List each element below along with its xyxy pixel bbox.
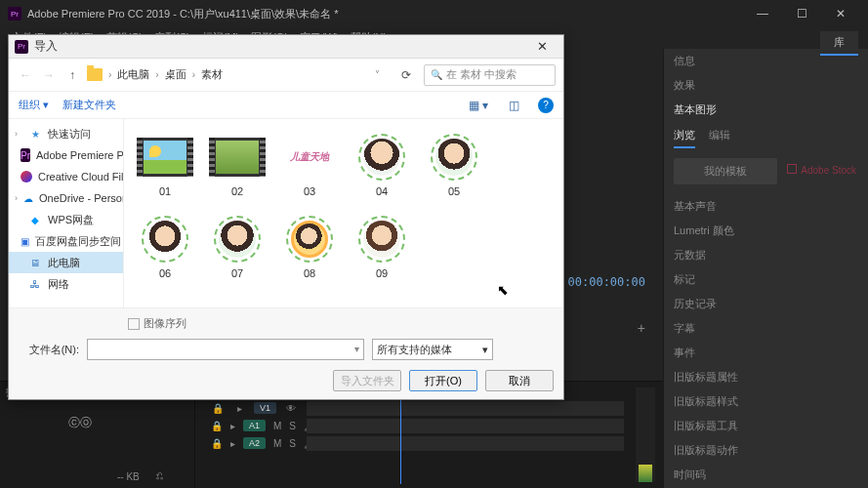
- new-folder-button[interactable]: 新建文件夹: [62, 98, 116, 112]
- refresh-button[interactable]: ⟳: [394, 68, 418, 82]
- lock-icon[interactable]: 🔒: [211, 438, 223, 449]
- panel-old-attrs[interactable]: 旧版标题属性: [664, 365, 868, 389]
- toggle-icon[interactable]: ▸: [230, 438, 235, 449]
- file-item[interactable]: 06: [130, 213, 200, 293]
- lock-icon[interactable]: 🔒: [211, 403, 225, 414]
- toggle-icon[interactable]: ▸: [230, 421, 235, 431]
- adobe-stock-label: Adobe Stock: [801, 165, 856, 176]
- sidebar-onedrive[interactable]: ›☁OneDrive - Persona: [9, 187, 123, 209]
- app-title: Adobe Premiere Pro CC 2019 - C:\用户\xu411…: [27, 7, 743, 21]
- sidebar-premiere[interactable]: PrAdobe Premiere Pr: [9, 144, 123, 166]
- close-button[interactable]: ✕: [821, 2, 860, 25]
- file-item[interactable]: 09: [347, 213, 417, 293]
- dialog-titlebar: Pr 导入 ✕: [9, 35, 563, 59]
- tool-icon[interactable]: ⎌: [156, 468, 163, 482]
- solo-icon[interactable]: S: [289, 421, 296, 431]
- dialog-title: 导入: [34, 38, 526, 55]
- organize-label: 组织: [19, 99, 40, 110]
- import-dialog: Pr 导入 ✕ ← → ↑ › 此电脑 › 桌面 › 素材 ˅ ⟳ 🔍 在 素材…: [8, 34, 564, 400]
- sidebar-label: WPS网盘: [48, 213, 94, 227]
- creative-cloud-icon[interactable]: ⓒⓞ: [68, 415, 92, 431]
- lock-icon[interactable]: 🔒: [211, 421, 223, 431]
- track-v1[interactable]: 🔒▸V1👁: [205, 399, 624, 417]
- up-button[interactable]: ↑: [63, 68, 81, 82]
- sidebar-label: 百度网盘同步空间: [35, 234, 121, 249]
- view-layout-icon[interactable]: ▦ ▾: [468, 99, 489, 112]
- sidebar-baidu[interactable]: ▣百度网盘同步空间: [9, 230, 123, 252]
- panel-metadata[interactable]: 元数据: [664, 243, 868, 267]
- track-label: A1: [243, 420, 266, 431]
- sidebar-thispc[interactable]: 🖥此电脑: [9, 252, 123, 273]
- filename-input[interactable]: ▾: [87, 339, 364, 360]
- track-body[interactable]: [307, 436, 624, 451]
- maximize-button[interactable]: ☐: [782, 2, 821, 25]
- cancel-button[interactable]: 取消: [485, 370, 554, 391]
- help-button[interactable]: ?: [538, 98, 554, 113]
- organize-button[interactable]: 组织 ▾: [19, 98, 49, 112]
- preview-pane-icon[interactable]: ◫: [503, 99, 524, 112]
- adobe-stock-button[interactable]: Adobe Stock: [785, 158, 858, 184]
- file-item[interactable]: 08: [274, 213, 345, 293]
- file-grid[interactable]: 01 02 儿童天地03 04 05 06 07 08 09 ⬉: [124, 119, 563, 307]
- panel-basic-graphics[interactable]: 基本图形: [664, 98, 868, 122]
- file-item[interactable]: 01: [130, 131, 200, 211]
- track-body[interactable]: [307, 401, 624, 416]
- wps-icon: ◆: [28, 213, 42, 226]
- search-input[interactable]: 🔍 在 素材 中搜索: [424, 64, 556, 86]
- track-a2[interactable]: 🔒▸A2MS🎤: [205, 434, 624, 452]
- track-body[interactable]: [307, 419, 624, 433]
- panel-old-actions[interactable]: 旧版标题动作: [664, 438, 868, 463]
- import-folder-button[interactable]: 导入文件夹: [333, 370, 401, 391]
- panel-basic-audio[interactable]: 基本声音: [664, 194, 868, 219]
- panel-events[interactable]: 事件: [664, 341, 868, 365]
- track-a1[interactable]: 🔒▸A1MS🎤: [205, 417, 624, 434]
- panel-effects[interactable]: 效果: [664, 73, 868, 98]
- file-item[interactable]: 07: [202, 213, 272, 293]
- libraries-tab[interactable]: 库: [820, 31, 858, 56]
- dialog-navbar: ← → ↑ › 此电脑 › 桌面 › 素材 ˅ ⟳ 🔍 在 素材 中搜索: [9, 59, 563, 92]
- panel-lumetri[interactable]: Lumetri 颜色: [664, 219, 868, 243]
- panel-old-tools[interactable]: 旧版标题工具: [664, 414, 868, 438]
- panel-old-styles[interactable]: 旧版标题样式: [664, 389, 868, 414]
- file-name: 01: [159, 185, 171, 197]
- file-item[interactable]: 04: [347, 131, 417, 211]
- mute-icon[interactable]: M: [273, 438, 281, 449]
- tab-edit[interactable]: 编辑: [709, 124, 730, 148]
- minimize-button[interactable]: —: [743, 2, 782, 25]
- my-templates-button[interactable]: 我的模板: [674, 158, 777, 184]
- image-sequence-label: 图像序列: [144, 316, 186, 331]
- toggle-icon[interactable]: ▸: [232, 403, 246, 414]
- breadcrumb-item[interactable]: 此电脑: [117, 67, 149, 82]
- sidebar-network[interactable]: 🖧网络: [9, 273, 123, 295]
- file-name: 06: [159, 267, 171, 279]
- filename-dropdown-icon[interactable]: ▾: [354, 340, 359, 359]
- breadcrumb-dropdown[interactable]: ˅: [365, 69, 389, 80]
- dialog-close-button[interactable]: ✕: [526, 39, 558, 54]
- tab-browse[interactable]: 浏览: [674, 124, 695, 148]
- sidebar-label: 快速访问: [48, 127, 91, 142]
- add-icon[interactable]: +: [638, 320, 645, 336]
- panel-markers[interactable]: 标记: [664, 267, 868, 292]
- panel-timecode[interactable]: 时间码: [664, 463, 868, 487]
- thumbnail-icon: [144, 141, 186, 174]
- forward-button: →: [40, 68, 58, 82]
- sidebar-wps[interactable]: ◆WPS网盘: [9, 209, 123, 230]
- open-button[interactable]: 打开(O): [409, 370, 477, 391]
- panel-captions[interactable]: 字幕: [664, 316, 868, 341]
- back-button[interactable]: ←: [17, 68, 34, 82]
- star-icon: ★: [28, 127, 42, 141]
- sidebar-ccfiles[interactable]: Creative Cloud Files: [9, 166, 123, 187]
- folder-icon: [87, 68, 103, 81]
- breadcrumb-item[interactable]: 素材: [201, 67, 223, 82]
- image-sequence-checkbox[interactable]: [128, 318, 140, 330]
- filetype-filter[interactable]: 所有支持的媒体▾: [372, 339, 493, 360]
- breadcrumb-item[interactable]: 桌面: [165, 67, 186, 82]
- solo-icon[interactable]: S: [289, 438, 296, 449]
- mute-icon[interactable]: M: [273, 421, 281, 431]
- file-item[interactable]: 02: [202, 131, 272, 211]
- eye-icon[interactable]: 👁: [284, 403, 298, 414]
- sidebar-quickaccess[interactable]: ›★快速访问: [9, 123, 123, 144]
- file-item[interactable]: 05: [419, 131, 489, 211]
- panel-history[interactable]: 历史记录: [664, 292, 868, 316]
- file-item[interactable]: 儿童天地03: [274, 131, 345, 211]
